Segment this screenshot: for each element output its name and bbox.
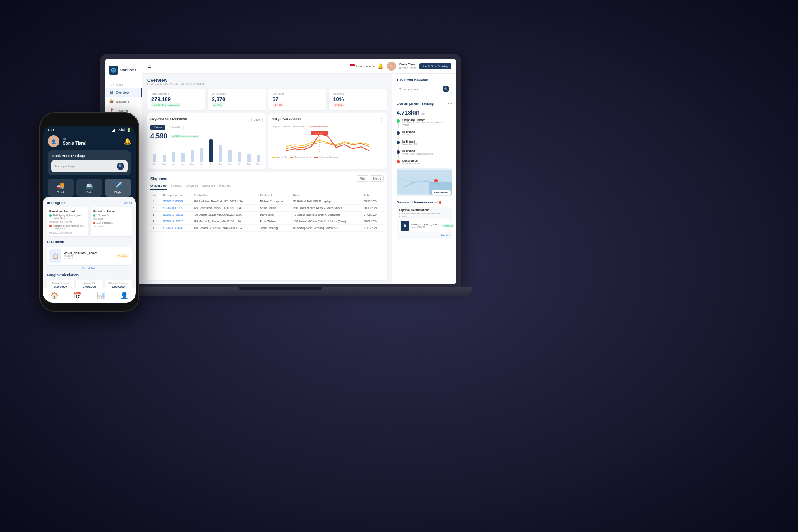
phone-time: 9:41 bbox=[48, 128, 54, 132]
timeline-step-2: In Transit Memphis, TN bbox=[397, 140, 452, 145]
ship-label: Ship bbox=[86, 191, 92, 194]
parcel-from-addr-1: 154 Leroy St, ... bbox=[96, 214, 113, 217]
logo-text: ScaleOcean bbox=[120, 69, 136, 72]
cell-receipt-0[interactable]: SC20230915001 bbox=[161, 198, 191, 205]
cell-receipt-2[interactable]: SC20230728019 bbox=[161, 212, 191, 218]
avg-monthly-chart: Avg. Monthly Delivered 2023 1 Years 6 Mo… bbox=[147, 113, 266, 169]
margin-tab-vendor[interactable]: Vendor Bill bbox=[293, 125, 305, 128]
phone-search-button[interactable]: 🔍 bbox=[117, 163, 124, 170]
cell-receipt-3[interactable]: SC20238192015 bbox=[161, 218, 191, 225]
bar-label-Jul: Jul bbox=[210, 163, 212, 165]
live-tracking-more-icon[interactable]: ⋯ bbox=[448, 101, 452, 106]
sidebar-item-shipment[interactable]: 📦 Shipment bbox=[105, 97, 142, 106]
tab-truck[interactable]: 🚚 Truck bbox=[48, 179, 74, 197]
add-booking-button[interactable]: + Add New Booking bbox=[419, 63, 451, 69]
document-chevron-icon[interactable]: › bbox=[131, 240, 132, 244]
bar-label-Nov: Nov bbox=[247, 163, 251, 165]
sidebar-overview-label: Overview bbox=[116, 91, 129, 94]
timeline-content-2: In Transit Memphis, TN bbox=[402, 140, 417, 145]
greeting-text: Hi, bbox=[63, 137, 124, 141]
bar-label-Apr: Apr bbox=[181, 163, 185, 165]
flag-icon bbox=[350, 64, 355, 68]
phone-bell[interactable]: 🔔 bbox=[124, 138, 131, 145]
filter-button[interactable]: Filter bbox=[357, 175, 368, 182]
parcel-from-0: 1245 Spring St, Los Angeles, United Stat… bbox=[49, 214, 86, 220]
chart-tab-6month[interactable]: 6 Months bbox=[167, 125, 184, 130]
charts-row: Avg. Monthly Delivered 2023 1 Years 6 Mo… bbox=[147, 113, 387, 169]
phone-track-input[interactable]: Track package... 🔍 bbox=[51, 160, 128, 172]
page-header: Overview Last Updated On October 07, 202… bbox=[147, 78, 387, 86]
nav-home-icon[interactable]: 🏠 bbox=[50, 291, 59, 299]
sidebar-item-overview[interactable]: ⊞ Overview bbox=[105, 88, 142, 97]
avg-monthly-title: Avg. Monthly Delivered bbox=[150, 117, 187, 121]
file-info: HAWB_20241001_SO001 Today, 9:12 AM bbox=[411, 223, 440, 228]
export-button[interactable]: Export bbox=[370, 175, 384, 182]
tab-delivered[interactable]: Delivered bbox=[186, 184, 198, 190]
tab-flight[interactable]: ✈️ Flight bbox=[105, 179, 131, 197]
chart-tab-1year[interactable]: 1 Years bbox=[150, 125, 165, 130]
signal-icon bbox=[112, 128, 116, 132]
phone-see-details[interactable]: See details bbox=[47, 267, 132, 270]
menu-button[interactable]: ☰ bbox=[147, 63, 152, 69]
view-details-button[interactable]: View Details bbox=[432, 190, 451, 195]
margin-item-0: Shipper Invoices 5,000,000 bbox=[47, 280, 74, 288]
see-all-button[interactable]: See all bbox=[123, 202, 132, 204]
cell-date-1: 18/10/2024 bbox=[362, 205, 384, 212]
stat-badge-2: ▼ 17% bbox=[273, 103, 284, 107]
nav-chart-icon[interactable]: 📊 bbox=[97, 291, 105, 299]
phone-track-title: Track Your Package bbox=[51, 154, 128, 158]
bar-Nov bbox=[247, 154, 251, 162]
tab-cancelled[interactable]: Cancelled bbox=[202, 184, 215, 190]
dashboard: ScaleOcean FEATURES ⊞ Overview 📦 Shipmen… bbox=[105, 59, 456, 284]
in-progress-header: In Progress See all bbox=[47, 201, 132, 205]
track-search-input[interactable] bbox=[399, 88, 443, 91]
shipment-title: Shipment bbox=[150, 177, 167, 181]
phone-doc-name: HAWB_20241001_SO001 bbox=[64, 252, 113, 255]
stat-badge-sub-0: Than last month bbox=[162, 104, 180, 106]
phone-username: Sonia Tiara! bbox=[63, 141, 124, 145]
bar-Feb bbox=[163, 155, 166, 162]
topbar: ☰ Indonesian ▾ 🔔 bbox=[142, 59, 456, 74]
tab-returned[interactable]: Returned bbox=[219, 184, 231, 190]
logo-icon bbox=[109, 66, 118, 75]
live-tracking-header: Live Shipment Tracking ⋯ bbox=[397, 101, 452, 106]
right-panel: Track Your Package 🔍 Live Shi bbox=[392, 74, 456, 284]
tab-pending[interactable]: Pending bbox=[171, 184, 182, 190]
margin-tab-revenue[interactable]: Shipment Revenue bbox=[307, 125, 328, 128]
phone: 9:41 WiFi 🔋 👤 bbox=[39, 112, 139, 312]
tab-ship[interactable]: 🚢 Ship bbox=[76, 179, 103, 197]
cell-date-4: 01/08/2024 bbox=[362, 225, 384, 232]
bar-label-Mar: Mar bbox=[172, 163, 175, 165]
see-all-link[interactable]: See all > bbox=[399, 234, 450, 236]
margin-tab-shipper[interactable]: Shipper Invoices bbox=[272, 125, 290, 128]
cell-dest-3: 789 Market St, Boston, MA 02116, USA bbox=[192, 218, 258, 225]
nav-profile-icon[interactable]: 👤 bbox=[120, 291, 128, 299]
laptop-screen: ScaleOcean FEATURES ⊞ Overview 📦 Shipmen… bbox=[105, 59, 456, 284]
tab-on-delivery[interactable]: On Delivery bbox=[150, 184, 167, 190]
parcel-to-date-0: 08/10/2024, 08:00 AM bbox=[49, 232, 86, 234]
main-content: ☰ Indonesian ▾ 🔔 bbox=[142, 59, 456, 284]
bar-label-Jan: Jan bbox=[153, 163, 156, 165]
language-selector[interactable]: Indonesian ▾ bbox=[350, 64, 374, 68]
phone-greeting: Hi, Sonia Tiara! bbox=[59, 137, 124, 145]
track-search-button[interactable]: 🔍 bbox=[443, 86, 449, 92]
live-tracking-km: 4.718km bbox=[397, 109, 419, 116]
notification-bell[interactable]: 🔔 bbox=[377, 63, 384, 69]
more-options-icon[interactable]: ⋮ bbox=[379, 118, 384, 122]
timeline-line-2 bbox=[398, 144, 399, 150]
year-badge[interactable]: 2023 bbox=[251, 118, 262, 122]
table-row: 1 SC20230915001 890 Park Ave, New York, … bbox=[150, 198, 384, 205]
cell-receipt-1[interactable]: SC20231001022 bbox=[161, 205, 191, 212]
shipment-table: No. Receipt number Destination Recipient… bbox=[150, 192, 384, 232]
cell-receipt-4[interactable]: SC20230503849 bbox=[161, 225, 191, 232]
cell-no-2: 3 bbox=[150, 212, 161, 218]
bar-group-Sep: Sep bbox=[226, 150, 234, 165]
bar-Dec bbox=[257, 155, 260, 162]
cell-recipient-4: Jean Goldberg bbox=[258, 225, 291, 232]
bar-label-Sep: Sep bbox=[228, 163, 232, 165]
bar-group-Nov: Nov bbox=[245, 154, 253, 165]
nav-calendar-icon[interactable]: 📅 bbox=[74, 291, 82, 299]
table-row: 2 SC20231001022 125 Beach Blvd, Miami, F… bbox=[150, 205, 384, 212]
parcel-to-0: Marathon St, Los Angeles, CA 90026, USA bbox=[49, 224, 86, 230]
shipment-header: Shipment Filter Export bbox=[150, 175, 384, 182]
